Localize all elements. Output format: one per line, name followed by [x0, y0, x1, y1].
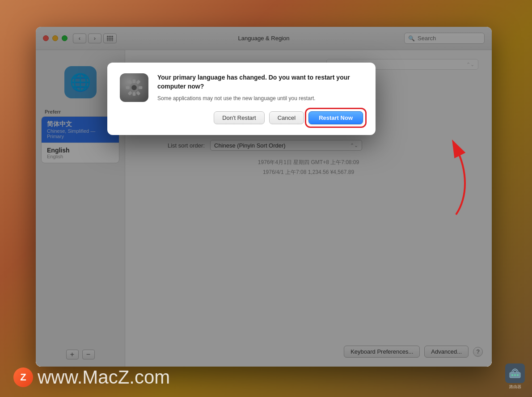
router-label: 路由器 [509, 384, 521, 390]
dialog-buttons: Don't Restart Cancel Restart Now [120, 111, 363, 124]
svg-point-23 [514, 374, 516, 376]
cancel-button[interactable]: Cancel [269, 111, 304, 124]
dialog-header: Your primary language has changed. Do yo… [120, 73, 363, 102]
dialog-title: Your primary language has changed. Do yo… [157, 73, 363, 91]
system-preferences-icon [120, 73, 148, 102]
watermark: Z www.MacZ.com [13, 367, 170, 388]
router-badge: 路由器 [505, 363, 525, 390]
svg-rect-15 [136, 80, 141, 84]
svg-rect-17 [136, 91, 141, 96]
svg-point-22 [511, 374, 513, 376]
dialog: Your primary language has changed. Do yo… [107, 63, 376, 135]
dialog-text: Your primary language has changed. Do yo… [157, 73, 363, 102]
svg-point-19 [131, 85, 137, 90]
watermark-url: www.MacZ.com [38, 367, 170, 388]
dialog-body: Some applications may not use the new la… [157, 94, 363, 102]
watermark-logo: Z [13, 367, 33, 387]
svg-rect-18 [128, 91, 133, 96]
macos-window: ‹ › Language & Region 🔍 [36, 27, 492, 367]
router-icon [505, 363, 525, 383]
svg-rect-12 [133, 92, 136, 96]
restart-now-wrapper: Restart Now [308, 111, 363, 124]
svg-point-24 [517, 374, 519, 376]
dont-restart-button[interactable]: Don't Restart [214, 111, 264, 124]
svg-rect-14 [126, 86, 130, 89]
svg-rect-13 [139, 86, 142, 89]
restart-now-button[interactable]: Restart Now [308, 111, 363, 124]
svg-rect-11 [133, 80, 136, 83]
svg-rect-16 [128, 80, 133, 84]
